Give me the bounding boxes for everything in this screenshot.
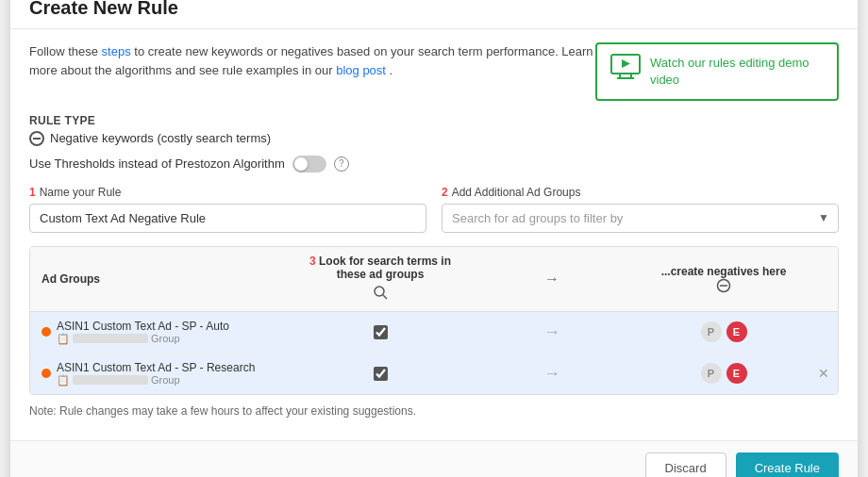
ad-group-cell-1: ASIN1 Custom Text Ad - SP - Auto 📋 Group [30, 312, 294, 353]
add-ad-groups-label: 2 Add Additional Ad Groups [442, 186, 839, 199]
ad-group-info-2: ASIN1 Custom Text Ad - SP - Research 📋 G… [57, 361, 255, 387]
name-rule-label: 1 Name your Rule [29, 186, 426, 199]
ad-groups-select[interactable]: Search for ad groups to filter by [442, 204, 839, 233]
ad-group-sub-suffix-1: Group [151, 333, 180, 344]
svg-point-5 [375, 287, 384, 296]
col-search-terms-header: 3 Look for search terms in these ad grou… [294, 247, 466, 311]
ad-groups-select-wrapper: Search for ad groups to filter by ▼ [442, 204, 839, 233]
ad-group-sub-2: 📋 Group [57, 374, 255, 387]
col-delete-header [810, 271, 838, 287]
intro-text3: . [390, 63, 393, 77]
demo-video-label: Watch our rules editing demo video [650, 55, 824, 89]
form-row: 1 Name your Rule 2 Add Additional Ad Gro… [29, 186, 839, 233]
ad-group-sub-icon-1: 📋 [57, 333, 70, 345]
col-arrow-header: → [466, 263, 638, 295]
threshold-row: Use Thresholds instead of Prestozon Algo… [29, 156, 839, 173]
status-dot-1 [42, 327, 51, 337]
delete-cell-2[interactable]: ✕ [810, 366, 838, 381]
checkbox-cell-1 [294, 325, 466, 339]
arrow-icon: → [477, 271, 626, 288]
rule-type-heading: Rule Type [29, 114, 839, 127]
search-terms-checkbox-1[interactable] [374, 325, 388, 339]
badge-e-1[interactable]: E [726, 321, 747, 342]
threshold-label: Use Thresholds instead of Prestozon Algo… [29, 156, 285, 171]
demo-video-button[interactable]: Watch our rules editing demo video [595, 42, 839, 100]
rule-type-option: Negative keywords (costly search terms) [29, 131, 839, 146]
status-dot-2 [42, 369, 51, 378]
intro-text1: Follow these [29, 44, 102, 58]
add-ad-groups-label-text: Add Additional Ad Groups [452, 186, 581, 199]
arrow-cell-1: → [466, 322, 638, 342]
ad-group-sub-suffix-2: Group [151, 374, 180, 386]
ad-group-name-2: ASIN1 Custom Text Ad - SP - Research [57, 361, 255, 374]
minus-circle-icon [29, 131, 44, 146]
name-rule-group: 1 Name your Rule [29, 186, 426, 233]
arrow-cell-2: → [466, 364, 638, 384]
modal-header: Create New Rule [10, 0, 858, 29]
rule-type-section: Rule Type Negative keywords (costly sear… [29, 114, 839, 146]
steps-link[interactable]: steps [102, 44, 131, 58]
modal-footer: Discard Create Rule [10, 440, 858, 477]
threshold-toggle[interactable] [292, 156, 326, 173]
badge-p-2[interactable]: P [701, 363, 722, 384]
step-1-num: 1 [29, 186, 36, 199]
col-search-terms-label: Look for search terms in these ad groups [319, 255, 451, 281]
search-icon [306, 281, 455, 304]
intro-text: Follow these steps to create new keyword… [29, 42, 595, 79]
search-terms-checkbox-2[interactable] [374, 367, 388, 381]
ad-group-info-1: ASIN1 Custom Text Ad - SP - Auto 📋 Group [57, 320, 229, 345]
page-title: Create New Rule [29, 0, 839, 19]
negatives-cell-2: P E [638, 363, 810, 384]
ad-group-name-1: ASIN1 Custom Text Ad - SP - Auto [57, 320, 229, 333]
col-negatives-label: ...create negatives here [649, 265, 798, 278]
table-row: ASIN1 Custom Text Ad - SP - Auto 📋 Group… [30, 312, 838, 354]
ad-groups-table: Ad Groups 3 Look for search terms in the… [29, 246, 839, 395]
modal-body: Follow these steps to create new keyword… [10, 29, 858, 439]
table-row: ASIN1 Custom Text Ad - SP - Research 📋 G… [30, 354, 838, 394]
step-3-num: 3 [309, 255, 316, 268]
rule-name-input[interactable] [29, 204, 426, 233]
badge-e-2[interactable]: E [726, 363, 747, 384]
top-section: Follow these steps to create new keyword… [29, 42, 839, 100]
create-rule-modal: Create New Rule Follow these steps to cr… [9, 0, 859, 477]
create-rule-button[interactable]: Create Rule [736, 452, 839, 477]
checkbox-cell-2 [294, 367, 466, 381]
negatives-minus-icon [649, 278, 798, 293]
add-ad-groups-group: 2 Add Additional Ad Groups Search for ad… [442, 186, 839, 233]
table-header: Ad Groups 3 Look for search terms in the… [30, 247, 838, 312]
badge-p-1[interactable]: P [701, 321, 722, 342]
monitor-icon [610, 54, 641, 89]
blog-link[interactable]: blog post [336, 63, 386, 77]
col-negatives-header: ...create negatives here [638, 257, 810, 301]
col-ad-groups-header: Ad Groups [30, 265, 294, 293]
svg-line-6 [383, 295, 387, 299]
negatives-cell-1: P E [638, 321, 810, 342]
name-rule-label-text: Name your Rule [40, 186, 122, 199]
discard-button[interactable]: Discard [645, 452, 726, 477]
toggle-knob [294, 157, 308, 171]
rule-type-label-text: Negative keywords (costly search terms) [50, 131, 271, 145]
blurred-id-2 [73, 375, 148, 385]
svg-marker-4 [622, 59, 630, 68]
ad-group-sub-1: 📋 Group [57, 333, 229, 345]
minus-line [33, 138, 41, 140]
ad-group-sub-icon-2: 📋 [57, 374, 70, 387]
step-2-num: 2 [442, 186, 448, 199]
help-icon[interactable]: ? [334, 156, 349, 172]
blurred-id-1 [73, 334, 148, 343]
ad-group-cell-2: ASIN1 Custom Text Ad - SP - Research 📋 G… [30, 354, 294, 394]
note-text: Note: Rule changes may take a few hours … [29, 404, 839, 418]
